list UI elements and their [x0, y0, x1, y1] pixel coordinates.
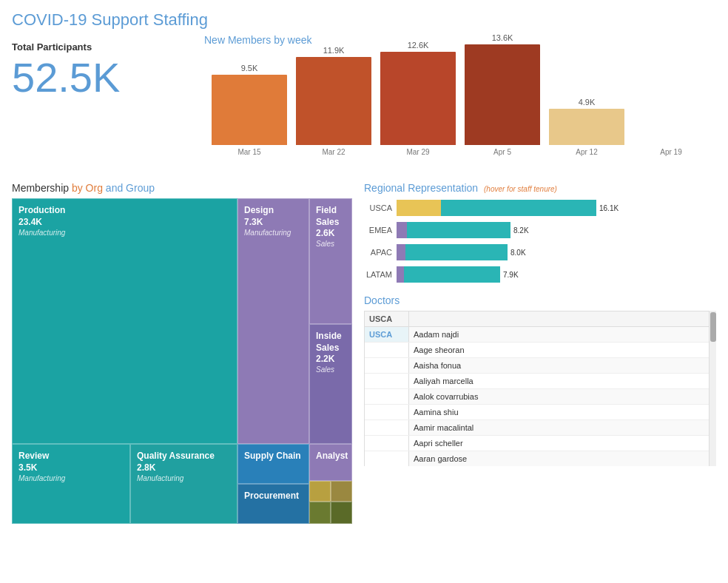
treemap-cell-name: Quality Assurance: [137, 451, 231, 462]
treemap-cell-sub: Sales: [316, 240, 346, 248]
treemap-cell[interactable]: [309, 502, 331, 524]
region-bar-label: 16.1K: [599, 204, 619, 212]
doctors-name-cell: Aamir macalintal: [409, 420, 715, 435]
treemap-cell[interactable]: Design7.3KManufacturing: [237, 198, 309, 444]
treemap-cell[interactable]: [331, 481, 352, 502]
doctors-section: Doctors USCAUSCAAadam najdiAage sheoranA…: [364, 294, 716, 466]
region-bar-segment[interactable]: [397, 244, 405, 260]
treemap-membership-label: Membership: [12, 182, 69, 194]
region-bar-segment[interactable]: [397, 222, 407, 238]
doctors-name-cell: Aaisha fonua: [409, 358, 715, 373]
right-panel: Regional Representation (hover for staff…: [364, 182, 716, 524]
bar-week-label: Apr 19: [660, 148, 681, 156]
treemap-and-label: and: [106, 182, 126, 194]
region-bar-segment[interactable]: [404, 266, 500, 283]
region-name: EMEA: [364, 226, 392, 235]
region-row: USCA16.1K: [364, 200, 716, 216]
treemap-cell[interactable]: Analyst: [309, 444, 352, 481]
treemap-section: Membership by Org and Group Production23…: [12, 182, 352, 524]
total-participants-panel: Total Participants 52.5K: [12, 34, 189, 175]
region-bar-segment[interactable]: [397, 200, 441, 216]
doctors-region-cell: [365, 436, 409, 451]
treemap-cell-name: Production: [18, 205, 231, 217]
doctors-region-cell: [365, 343, 409, 357]
treemap-cell[interactable]: Procurement: [237, 484, 309, 524]
bar-rect[interactable]: [549, 109, 624, 145]
doctors-table-wrapper: USCAUSCAAadam najdiAage sheoranAaisha fo…: [364, 311, 716, 466]
doctors-name-cell: Aalok covarrubias: [409, 389, 715, 404]
region-bar-segment[interactable]: [407, 222, 510, 238]
treemap-cell[interactable]: Review3.5KManufacturing: [12, 444, 130, 524]
treemap-by-label: by: [72, 182, 86, 194]
treemap-cell-name: Inside Sales: [316, 331, 346, 354]
region-row: APAC8.0K: [364, 244, 716, 260]
doctors-scrollbar[interactable]: [709, 311, 716, 466]
doctors-data-row[interactable]: Aamina shiu: [365, 405, 715, 420]
doctors-data-row[interactable]: Aaisha fonua: [365, 358, 715, 374]
region-bar-segment[interactable]: [441, 200, 596, 216]
bar-value-label: 12.6K: [408, 41, 429, 50]
doctors-data-row[interactable]: Aalok covarrubias: [365, 389, 715, 405]
bar-value-label: 4.9K: [579, 98, 596, 107]
doctors-data-row[interactable]: USCAAadam najdi: [365, 327, 715, 343]
treemap-cell-sub: Manufacturing: [244, 229, 303, 237]
region-bar-label: 8.2K: [513, 226, 529, 235]
doctors-region-cell: USCA: [365, 327, 409, 342]
doctors-col-name-header: [409, 311, 715, 326]
bar-value-label: 11.9K: [323, 46, 345, 55]
treemap-cell-sub: Manufacturing: [137, 474, 231, 482]
region-bar-container: 8.0K: [397, 244, 716, 260]
doctors-data-row[interactable]: Aapri scheller: [365, 436, 715, 451]
treemap-cell[interactable]: [331, 502, 352, 524]
region-row: LATAM7.9K: [364, 266, 716, 283]
page-title: COVID-19 Support Staffing: [0, 0, 728, 34]
region-bar-label: 8.0K: [510, 249, 526, 257]
doctors-region-cell: [365, 420, 409, 435]
treemap-cell-value: 2.8K: [137, 462, 231, 473]
treemap-cell-name: Procurement: [244, 491, 303, 502]
scrollbar-thumb[interactable]: [710, 312, 716, 342]
region-name: APAC: [364, 248, 392, 257]
bar-rect[interactable]: [380, 52, 456, 145]
treemap-cell[interactable]: Production23.4KManufacturing: [12, 198, 237, 444]
total-participants-value: 52.5K: [12, 57, 189, 98]
region-bar-segment[interactable]: [405, 244, 508, 260]
treemap-cell[interactable]: Inside Sales2.2KSales: [309, 324, 352, 444]
doctors-name-cell: Aaliyah marcella: [409, 374, 715, 388]
bar-chart-title: New Members by week: [204, 34, 716, 46]
treemap-cell-sub: Manufacturing: [18, 474, 124, 482]
region-bar-label: 7.9K: [503, 271, 519, 279]
treemap-cell[interactable]: Supply Chain: [237, 444, 309, 484]
treemap-cell[interactable]: Field Sales2.6KSales: [309, 198, 352, 324]
treemap-org-label: Org: [86, 182, 103, 194]
treemap-cell-value: 23.4K: [18, 217, 231, 227]
region-bar-segment[interactable]: [397, 266, 404, 283]
region-name: LATAM: [364, 270, 392, 279]
bar-week-label: Apr 5: [493, 148, 511, 156]
bar-rect[interactable]: [212, 75, 287, 145]
treemap-container: Production23.4KManufacturingDesign7.3KMa…: [12, 198, 352, 524]
regional-section: Regional Representation (hover for staff…: [364, 182, 716, 283]
treemap-cell-name: Design: [244, 205, 303, 217]
doctors-data-row[interactable]: Aage sheoran: [365, 343, 715, 358]
top-section: Total Participants 52.5K New Members by …: [0, 34, 728, 175]
region-bar-container: 7.9K: [397, 266, 716, 283]
bar-group: Apr 19: [633, 143, 709, 156]
treemap-cell-name: Field Sales: [316, 205, 346, 228]
treemap-cell-value: 3.5K: [18, 462, 124, 473]
bar-rect[interactable]: [296, 57, 371, 145]
treemap-cell[interactable]: [309, 481, 331, 502]
treemap-cell[interactable]: Quality Assurance2.8KManufacturing: [130, 444, 237, 524]
region-name: USCA: [364, 203, 392, 212]
total-participants-label: Total Participants: [12, 41, 189, 53]
bar-week-label: Mar 29: [406, 148, 429, 156]
doctors-region-cell: [365, 389, 409, 404]
doctors-data-row[interactable]: Aamir macalintal: [365, 420, 715, 436]
doctors-data-row[interactable]: Aaran gardose: [365, 451, 715, 466]
doctors-data-row[interactable]: Aaliyah marcella: [365, 374, 715, 389]
bar-week-label: Mar 22: [322, 148, 345, 156]
doctors-name-cell: Aadam najdi: [409, 327, 715, 342]
region-bar-container: 8.2K: [397, 222, 716, 238]
treemap-cell-name: Analyst: [316, 451, 346, 462]
bar-rect[interactable]: [465, 44, 540, 145]
